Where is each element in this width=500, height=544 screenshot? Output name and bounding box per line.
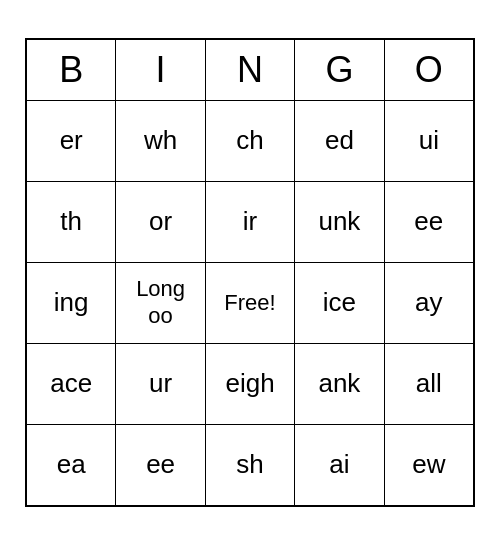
header-i: I xyxy=(116,40,205,100)
cell-1-2: wh xyxy=(116,101,205,181)
header-b: B xyxy=(27,40,116,100)
header-g: G xyxy=(295,40,384,100)
cell-1-1: er xyxy=(27,101,116,181)
header-n: N xyxy=(206,40,295,100)
header-o: O xyxy=(385,40,473,100)
cell-1-5: ui xyxy=(385,101,473,181)
cell-5-3: sh xyxy=(206,425,295,505)
cell-2-3: ir xyxy=(206,182,295,262)
cell-2-5: ee xyxy=(385,182,473,262)
cell-2-2: or xyxy=(116,182,205,262)
cell-3-5: ay xyxy=(385,263,473,343)
cell-5-4: ai xyxy=(295,425,384,505)
cell-1-4: ed xyxy=(295,101,384,181)
cell-4-1: ace xyxy=(27,344,116,424)
row-4: ace ur eigh ank all xyxy=(27,344,473,425)
row-2: th or ir unk ee xyxy=(27,182,473,263)
cell-4-2: ur xyxy=(116,344,205,424)
cell-5-5: ew xyxy=(385,425,473,505)
cell-5-1: ea xyxy=(27,425,116,505)
bingo-card: B I N G O er wh ch ed ui th or ir unk ee… xyxy=(25,38,475,507)
cell-3-2: Longoo xyxy=(116,263,205,343)
cell-4-5: all xyxy=(385,344,473,424)
cell-5-2: ee xyxy=(116,425,205,505)
cell-4-4: ank xyxy=(295,344,384,424)
cell-1-3: ch xyxy=(206,101,295,181)
cell-2-4: unk xyxy=(295,182,384,262)
free-space: Free! xyxy=(206,263,295,343)
row-3: ing Longoo Free! ice ay xyxy=(27,263,473,344)
cell-4-3: eigh xyxy=(206,344,295,424)
cell-3-4: ice xyxy=(295,263,384,343)
row-5: ea ee sh ai ew xyxy=(27,425,473,505)
row-1: er wh ch ed ui xyxy=(27,101,473,182)
cell-3-1: ing xyxy=(27,263,116,343)
header-row: B I N G O xyxy=(27,40,473,101)
cell-2-1: th xyxy=(27,182,116,262)
